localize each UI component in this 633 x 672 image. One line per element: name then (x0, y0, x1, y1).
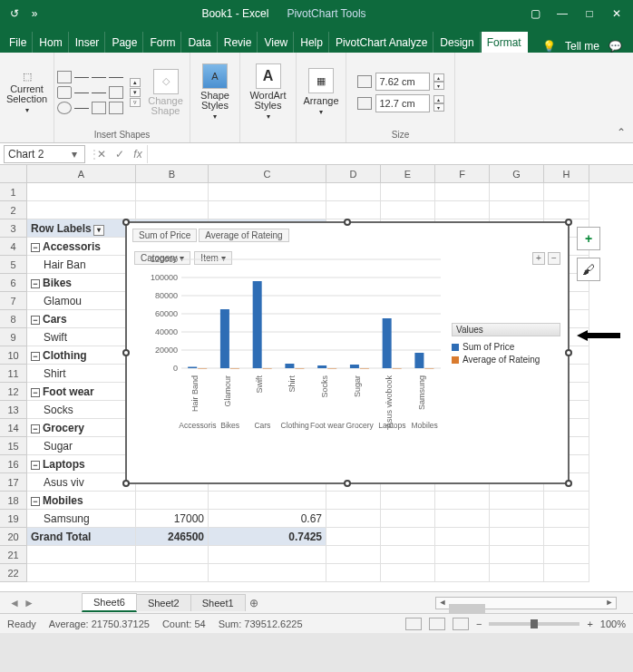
tab-format[interactable]: Format (482, 32, 528, 53)
cell[interactable] (381, 201, 435, 219)
row-header[interactable]: 7 (0, 292, 27, 310)
tab-insert[interactable]: Inser (70, 32, 106, 53)
tab-formulas[interactable]: Form (144, 32, 181, 53)
cell[interactable]: −Cars (27, 310, 136, 328)
cell[interactable] (490, 564, 544, 582)
chart-legend[interactable]: Values Sum of Price Average of Rateing (452, 323, 560, 367)
tab-pivotchart-analyze[interactable]: PivotChart Analyze (330, 32, 433, 53)
tab-page[interactable]: Page (106, 32, 143, 53)
hscroll-left-icon[interactable]: ◄ (436, 598, 449, 609)
cell[interactable] (435, 528, 490, 546)
row-header[interactable]: 21 (0, 546, 27, 564)
namebox-dropdown-icon[interactable]: ▾ (68, 148, 81, 161)
cell[interactable] (544, 510, 589, 528)
cell[interactable] (435, 183, 490, 201)
cell[interactable]: −Bikes (27, 274, 136, 292)
height-down-icon[interactable]: ▾ (433, 82, 444, 90)
tab-data[interactable]: Data (182, 32, 217, 53)
enter-icon[interactable]: ✓ (111, 148, 129, 161)
row-header[interactable]: 20 (0, 528, 27, 546)
row-header[interactable]: 16 (0, 455, 27, 473)
row-header[interactable]: 11 (0, 365, 27, 383)
filter-dropdown-icon[interactable]: ▾ (93, 225, 104, 236)
new-sheet-button[interactable]: ⊕ (245, 597, 263, 609)
name-box[interactable]: Chart 2 ▾ (4, 145, 85, 163)
cell[interactable]: Row Labels▾ (27, 219, 136, 238)
column-header[interactable]: B (136, 165, 209, 182)
row-header[interactable]: 6 (0, 274, 27, 292)
cell[interactable] (544, 492, 589, 510)
hscroll-right-icon[interactable]: ► (603, 598, 616, 609)
gallery-down-icon[interactable]: ▾ (130, 88, 141, 97)
minimize-icon[interactable]: — (553, 5, 571, 23)
chart-expand-button[interactable]: + (532, 252, 545, 265)
row-header[interactable]: 19 (0, 510, 27, 528)
cell[interactable]: Hair Ban (27, 256, 136, 274)
cell[interactable] (544, 546, 589, 564)
column-header[interactable]: A (27, 165, 136, 182)
cell[interactable]: −Grocery (27, 419, 136, 437)
cell[interactable] (544, 564, 589, 582)
shape-gallery[interactable] (57, 71, 123, 114)
cancel-icon[interactable]: ✕ (93, 148, 111, 161)
sheet-tab-sheet1[interactable]: Sheet1 (190, 594, 246, 611)
cell[interactable] (27, 183, 136, 201)
cell[interactable]: 0.67 (209, 510, 326, 528)
column-header[interactable]: D (326, 165, 381, 182)
row-header[interactable]: 2 (0, 201, 27, 219)
cell[interactable]: Grand Total (27, 528, 136, 546)
collapse-icon[interactable]: − (31, 388, 40, 397)
formula-input[interactable] (147, 145, 633, 163)
collapse-icon[interactable]: − (31, 243, 40, 252)
collapse-icon[interactable]: − (31, 352, 40, 361)
sheet-tab-sheet6[interactable]: Sheet6 (82, 593, 137, 612)
chart-styles-button[interactable]: 🖌 (577, 258, 600, 281)
collapse-ribbon-icon[interactable]: ⌃ (609, 122, 633, 142)
horizontal-scrollbar[interactable]: ◄ ► (435, 597, 617, 609)
cell[interactable] (381, 564, 435, 582)
cell[interactable] (27, 201, 136, 219)
column-header[interactable]: G (490, 165, 544, 182)
view-pagelayout-button[interactable] (429, 618, 445, 630)
cell[interactable]: −Clothing (27, 346, 136, 365)
pivot-chart[interactable]: Sum of Price Average of Rateing 02000040… (125, 221, 570, 484)
cell[interactable] (136, 564, 209, 582)
chart-elements-button[interactable]: + (577, 227, 600, 250)
sheet-nav-next-icon[interactable]: ► (24, 597, 34, 609)
cell[interactable] (27, 546, 136, 564)
zoom-out-button[interactable]: − (476, 618, 482, 629)
shape-width-input[interactable]: 12.7 cm (375, 94, 430, 112)
view-normal-button[interactable] (405, 618, 422, 630)
cell[interactable]: Sugar (27, 437, 136, 455)
cell[interactable] (136, 492, 209, 510)
row-header[interactable]: 1 (0, 183, 27, 201)
tab-home[interactable]: Hom (34, 32, 68, 53)
cell[interactable] (209, 564, 326, 582)
wordart-styles-button[interactable]: A WordArt Styles ▾ (246, 62, 289, 122)
cell[interactable] (326, 528, 381, 546)
arrange-button[interactable]: ▦ Arrange ▾ (299, 66, 342, 118)
tab-view[interactable]: View (258, 32, 294, 53)
gallery-more-icon[interactable]: ▿ (130, 98, 141, 107)
select-all-corner[interactable] (0, 165, 27, 182)
tab-review[interactable]: Revie (219, 32, 258, 53)
cell[interactable] (27, 564, 136, 582)
row-header[interactable]: 12 (0, 383, 27, 401)
height-up-icon[interactable]: ▴ (433, 73, 444, 82)
worksheet-grid[interactable]: ABCDEFGH 123Row Labels▾Sum of PriceAvera… (0, 165, 633, 591)
quickaccess-expand-icon[interactable]: » (27, 6, 42, 21)
cell[interactable] (326, 201, 381, 219)
row-header[interactable]: 13 (0, 401, 27, 419)
row-header[interactable]: 22 (0, 564, 27, 582)
width-up-icon[interactable]: ▴ (433, 95, 444, 103)
cell[interactable] (209, 201, 326, 219)
cell[interactable]: −Mobiles (27, 492, 136, 510)
chart-collapse-button[interactable]: − (548, 252, 560, 265)
collapse-icon[interactable]: − (31, 424, 40, 433)
cell[interactable] (381, 510, 435, 528)
column-header[interactable]: H (544, 165, 589, 182)
cell[interactable] (136, 201, 209, 219)
cell[interactable] (435, 201, 490, 219)
cell[interactable]: Asus viv (27, 473, 136, 492)
tab-help[interactable]: Help (295, 32, 329, 53)
